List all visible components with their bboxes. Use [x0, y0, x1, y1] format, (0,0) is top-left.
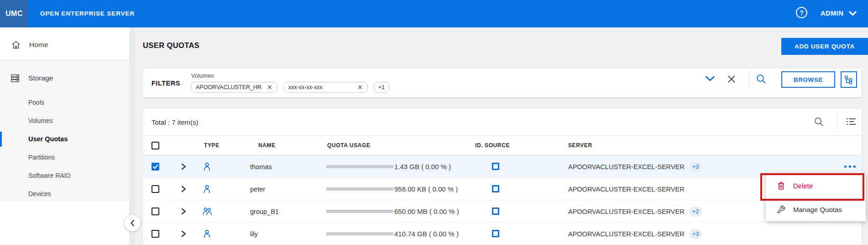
user-icon [202, 184, 212, 194]
row-context-menu: Delete Manage Quotas [766, 174, 866, 221]
list-settings-icon[interactable] [846, 117, 857, 127]
add-user-quota-button[interactable]: ADD USER QUOTA [781, 38, 868, 55]
top-bar: UMC OPEN ENTERPRISE SERVER ? ADMIN [0, 0, 868, 27]
user-quotas-table: Total : 7 item(s) TYPE NAME QUOTA USAGE … [143, 109, 862, 245]
help-circle-icon[interactable]: ? [796, 7, 807, 18]
filter-chips: APOORVACLUSTER_HR ✕ xxx-xx-xx-xxx ✕ +1 [191, 82, 389, 93]
filter-chip: APOORVACLUSTER_HR ✕ [191, 82, 277, 93]
sidebar-item-label: Storage [28, 74, 53, 82]
select-all-checkbox[interactable] [152, 142, 159, 149]
sidebar-item-home[interactable]: Home [11, 37, 48, 53]
group-icon [202, 207, 213, 216]
server-name: APOORVACLUSTER-EXCEL-SERVER [568, 208, 685, 215]
quota-user-name: peter [250, 178, 265, 200]
sidebar-collapse-button[interactable] [124, 214, 141, 232]
menu-item-manage-quotas[interactable]: Manage Quotas [766, 197, 866, 221]
column-header-quota-usage[interactable]: QUOTA USAGE [327, 142, 371, 149]
sidebar-item-devices[interactable]: Devices [28, 187, 51, 201]
quota-usage-cell: 958.00 KB ( 0.00 % ) [326, 178, 458, 200]
trash-icon [777, 181, 785, 190]
total-count-label: Total : 7 item(s) [152, 109, 199, 136]
server-name: APOORVACLUSTER-EXCEL-SERVER [568, 230, 685, 238]
filter-chip-label: APOORVACLUSTER_HR [196, 84, 261, 91]
square-outline-icon [492, 185, 499, 192]
sidebar-item-partitions[interactable]: Partitions [28, 150, 55, 164]
divider [837, 114, 837, 130]
menu-item-label: Manage Quotas [793, 206, 842, 213]
umc-logo: UMC [0, 0, 28, 27]
sidebar-item-volumes[interactable]: Volumes [28, 114, 53, 128]
umc-application-window: UMC OPEN ENTERPRISE SERVER ? ADMIN Home [0, 0, 868, 245]
sidebar-item-user-quotas[interactable]: User Quotas [28, 132, 68, 146]
table-header-row: TYPE NAME QUOTA USAGE ID. SOURCE SERVER [143, 136, 862, 155]
search-icon[interactable] [814, 117, 824, 127]
column-header-id-source[interactable]: ID. SOURCE [475, 142, 510, 149]
admin-label: ADMIN [821, 10, 844, 17]
close-icon[interactable]: ✕ [267, 84, 272, 91]
row-checkbox-checked[interactable] [152, 163, 159, 170]
column-header-type[interactable]: TYPE [204, 142, 220, 149]
table-row[interactable]: group_B1 650.00 MB ( 0.00 % ) APOORVACLU… [143, 200, 862, 223]
filters-label: FILTERS [152, 69, 180, 97]
server-overflow-badge[interactable]: +3 [689, 229, 702, 239]
search-icon[interactable] [756, 74, 766, 84]
server-overflow-badge[interactable]: +2 [689, 207, 702, 217]
chevron-right-expand-icon[interactable] [180, 230, 187, 237]
quota-user-name: lily [250, 223, 258, 245]
quota-usage-cell: 410.74 GB ( 0.00 % ) [326, 223, 459, 245]
admin-user-menu[interactable]: ADMIN [821, 0, 857, 27]
tree-structure-icon[interactable] [841, 71, 857, 88]
square-outline-icon [492, 230, 499, 237]
filter-chip-overflow[interactable]: +1 [374, 82, 389, 93]
product-title: OPEN ENTERPRISE SERVER [40, 0, 135, 27]
quota-usage-cell: 650.00 MB ( 0.00 % ) [326, 200, 459, 223]
table-toolbar: Total : 7 item(s) [143, 109, 862, 136]
server-cell: APOORVACLUSTER-EXCEL-SERVER [568, 178, 685, 200]
filter-chip: xxx-xx-xx-xxx ✕ [283, 82, 368, 93]
row-checkbox[interactable] [152, 185, 159, 193]
close-icon[interactable] [727, 75, 736, 83]
quota-usage-value: 958.00 KB ( 0.00 % ) [394, 185, 458, 193]
menu-item-label: Delete [793, 182, 813, 190]
page-title: USER QUOTAS [143, 41, 199, 50]
quota-usage-value: 410.74 GB ( 0.00 % ) [394, 230, 459, 238]
quota-usage-bar [326, 210, 393, 213]
table-row[interactable]: peter 958.00 KB ( 0.00 % ) APOORVACLUSTE… [143, 178, 862, 200]
server-name: APOORVACLUSTER-EXCEL-SERVER [568, 186, 685, 193]
row-checkbox[interactable] [152, 208, 159, 215]
menu-item-delete[interactable]: Delete [766, 174, 866, 197]
chevron-right-expand-icon[interactable] [180, 163, 187, 170]
table-row[interactable]: lily 410.74 GB ( 0.00 % ) APOORVACLUSTER… [143, 223, 862, 245]
home-icon [11, 40, 21, 50]
active-item-indicator [0, 132, 2, 147]
chevron-right-expand-icon[interactable] [180, 208, 187, 215]
filters-bar: FILTERS Volumes APOORVACLUSTER_HR ✕ xxx-… [143, 69, 862, 97]
column-header-name[interactable]: NAME [258, 142, 276, 149]
filter-group-label: Volumes [191, 72, 214, 79]
quota-user-name: thomas [250, 155, 272, 178]
quota-usage-bar [326, 165, 393, 168]
sidebar-item-label: Home [29, 41, 48, 49]
close-icon[interactable]: ✕ [357, 84, 363, 91]
chevron-left-icon [130, 219, 135, 227]
square-outline-icon [492, 163, 499, 170]
quota-usage-cell: 1.43 GB ( 0.00 % ) [326, 155, 451, 178]
sidebar-gutter [129, 27, 135, 245]
server-overflow-badge[interactable]: +3 [689, 162, 702, 172]
user-icon [202, 162, 212, 171]
sidebar-item-pools[interactable]: Pools [28, 96, 44, 109]
table-row[interactable]: thomas 1.43 GB ( 0.00 % ) APOORVACLUSTER… [143, 155, 862, 178]
row-checkbox[interactable] [152, 230, 159, 238]
server-cell: APOORVACLUSTER-EXCEL-SERVER +3 [568, 155, 702, 178]
chevron-down-icon [849, 11, 857, 16]
chevron-right-expand-icon[interactable] [180, 186, 187, 192]
sidebar: Home Storage Pools Volumes User Quotas P… [0, 27, 129, 245]
browse-button[interactable]: BROWSE [781, 71, 835, 88]
quota-user-name: group_B1 [250, 200, 279, 223]
column-header-server[interactable]: SERVER [568, 142, 592, 149]
sidebar-item-software-raid[interactable]: Software RAID [28, 169, 71, 182]
sidebar-item-storage[interactable]: Storage [10, 70, 53, 86]
quota-usage-value: 650.00 MB ( 0.00 % ) [394, 208, 459, 215]
chevron-down-icon[interactable] [705, 76, 715, 82]
user-icon [202, 229, 212, 239]
